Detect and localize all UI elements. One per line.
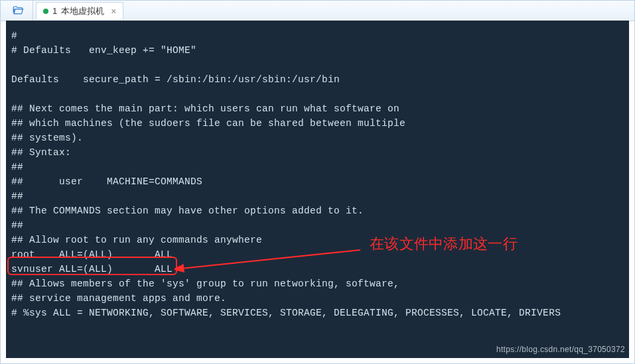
close-icon[interactable]: × <box>111 7 116 16</box>
tab-local-vm[interactable]: 1 本地虚拟机 × <box>36 2 123 20</box>
watermark: https://blog.csdn.net/qq_37050372 <box>496 342 625 357</box>
tab-bar: 1 本地虚拟机 × <box>1 1 634 21</box>
folder-open-icon <box>12 5 24 17</box>
terminal-content: # # Defaults env_keep += "HOME" Defaults… <box>11 29 624 320</box>
app-window: 1 本地虚拟机 × # # Defaults env_keep += "HOME… <box>0 0 635 364</box>
terminal-viewport[interactable]: # # Defaults env_keep += "HOME" Defaults… <box>6 21 629 358</box>
status-dot-icon <box>43 9 48 14</box>
tab-index: 1 <box>52 6 57 16</box>
tab-title: 本地虚拟机 <box>61 5 104 17</box>
open-folder-button[interactable] <box>3 1 33 21</box>
